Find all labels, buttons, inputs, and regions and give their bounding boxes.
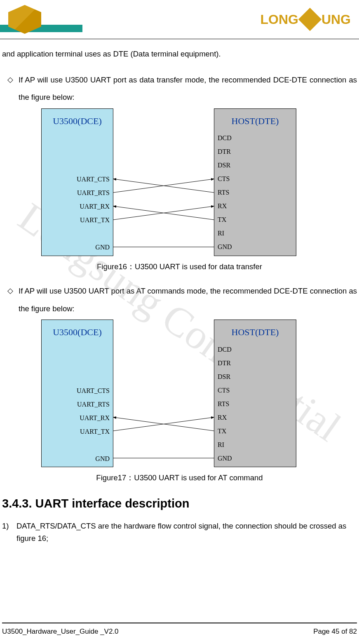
svg-line-3 bbox=[113, 206, 214, 220]
dce-title-2: U3500(DCE) bbox=[42, 320, 113, 343]
brand-text-left: LONG bbox=[260, 12, 298, 27]
pin-cts-2: CTS bbox=[218, 383, 232, 397]
diagram-2: U3500(DCE) UART_CTS UART_RTS UART_RX UAR… bbox=[41, 320, 359, 468]
num-1-text: DATA_RTS/DATA_CTS are the hardware flow … bbox=[16, 520, 357, 544]
pin-dsr-2: DSR bbox=[218, 370, 232, 383]
footer-doc-title: U3500_Hardware_User_Guide _V2.0 bbox=[2, 628, 119, 636]
svg-line-2 bbox=[113, 206, 214, 220]
bullet-2-text: If AP will use U3500 UART port as AT com… bbox=[19, 282, 357, 317]
dte-box-2: HOST(DTE) DCD DTR DSR CTS RTS RX TX RI G… bbox=[214, 320, 296, 467]
svg-line-1 bbox=[113, 179, 214, 193]
connection-lines-1 bbox=[113, 108, 214, 256]
pin-uart-rts-2: UART_RTS bbox=[77, 397, 110, 411]
footer-page-number: Page 45 of 82 bbox=[313, 628, 357, 636]
pin-blank-2 bbox=[77, 438, 110, 452]
pin-ri: RI bbox=[218, 227, 232, 240]
pin-gnd-2: GND bbox=[77, 452, 110, 465]
num-label: 1) bbox=[2, 520, 16, 544]
bullet-item-1: ◇ If AP will use U3500 UART port as data… bbox=[2, 71, 357, 106]
pin-uart-cts-2: UART_CTS bbox=[77, 384, 110, 397]
pin-tx-2: TX bbox=[218, 424, 232, 438]
connection-lines-2 bbox=[113, 320, 214, 467]
pin-dcd-2: DCD bbox=[218, 343, 232, 356]
pin-uart-rx: UART_RX bbox=[77, 200, 110, 214]
bullet-item-2: ◇ If AP will use U3500 UART port as AT c… bbox=[2, 282, 357, 317]
pin-dcd: DCD bbox=[218, 132, 232, 145]
pin-uart-rx-2: UART_RX bbox=[77, 411, 110, 425]
pin-rx-2: RX bbox=[218, 411, 232, 424]
page-content: and application terminal uses as DTE (Da… bbox=[0, 39, 359, 544]
pin-uart-tx-2: UART_TX bbox=[77, 425, 110, 438]
pin-dsr: DSR bbox=[218, 159, 232, 172]
pin-gnd: GND bbox=[77, 241, 110, 254]
dte-title-1: HOST(DTE) bbox=[214, 109, 296, 132]
pin-rts-2: RTS bbox=[218, 397, 232, 411]
pin-uart-cts: UART_CTS bbox=[77, 173, 110, 186]
figure-16-caption: Figure16：U3500 UART is used for data tra… bbox=[2, 261, 357, 273]
diagram-1: U3500(DCE) UART_CTS UART_RTS UART_RX UAR… bbox=[41, 108, 359, 257]
pin-tx: TX bbox=[218, 213, 232, 227]
diamond-bullet-icon: ◇ bbox=[2, 282, 19, 317]
figure-17-caption: Figure17：U3500 UART is used for AT comma… bbox=[2, 472, 357, 484]
svg-line-5 bbox=[113, 417, 214, 431]
pin-cts: CTS bbox=[218, 172, 232, 186]
svg-line-0 bbox=[113, 179, 214, 193]
brand-logo: LONG UNG bbox=[260, 11, 351, 28]
dte-title-2: HOST(DTE) bbox=[214, 320, 296, 343]
pin-rts: RTS bbox=[218, 186, 232, 200]
dce-box-1: U3500(DCE) UART_CTS UART_RTS UART_RX UAR… bbox=[41, 108, 113, 256]
pin-gnd-r: GND bbox=[218, 240, 232, 254]
bullet-1-text: If AP will use U3500 UART port as data t… bbox=[19, 71, 357, 106]
pin-dtr: DTR bbox=[218, 145, 232, 159]
pin-blank bbox=[77, 227, 110, 241]
page-footer: U3500_Hardware_User_Guide _V2.0 Page 45 … bbox=[2, 623, 357, 636]
dte-box-1: HOST(DTE) DCD DTR DSR CTS RTS RX TX RI G… bbox=[214, 108, 296, 256]
intro-paragraph: and application terminal uses as DTE (Da… bbox=[2, 45, 357, 63]
pin-uart-tx: UART_TX bbox=[77, 214, 110, 227]
dce-box-2: U3500(DCE) UART_CTS UART_RTS UART_RX UAR… bbox=[41, 320, 113, 467]
pin-dtr-2: DTR bbox=[218, 356, 232, 370]
page-header: LONG UNG bbox=[0, 0, 359, 39]
numbered-item-1: 1) DATA_RTS/DATA_CTS are the hardware fl… bbox=[2, 520, 357, 544]
pin-ri-2: RI bbox=[218, 438, 232, 451]
diamond-icon bbox=[298, 8, 322, 31]
pin-uart-rts: UART_RTS bbox=[77, 186, 110, 200]
pin-gnd-r-2: GND bbox=[218, 451, 232, 465]
pin-rx: RX bbox=[218, 200, 232, 213]
svg-line-6 bbox=[113, 417, 214, 431]
diamond-bullet-icon: ◇ bbox=[2, 71, 19, 106]
brand-text-right: UNG bbox=[321, 12, 351, 27]
section-heading-343: 3.4.3. UART interface description bbox=[2, 496, 357, 512]
dce-title-1: U3500(DCE) bbox=[42, 109, 113, 132]
